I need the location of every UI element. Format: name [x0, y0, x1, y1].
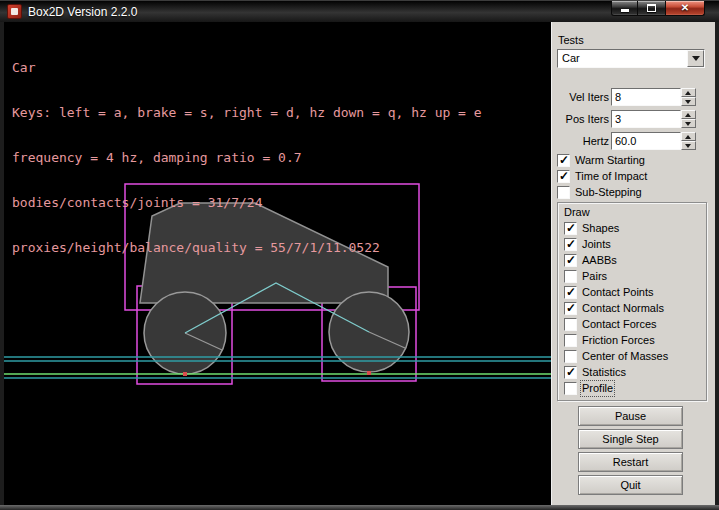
pairs-label: Pairs: [582, 270, 607, 283]
vel-iters-row: Vel Iters 8: [557, 88, 710, 106]
pos-iters-spinner: [681, 110, 696, 128]
checkbox-icon[interactable]: [564, 318, 577, 331]
app-icon-glyph: [11, 8, 18, 15]
checkbox-icon[interactable]: [564, 254, 577, 267]
maximize-icon: [647, 4, 656, 12]
stat-bodies: bodies/contacts/joints = 31/7/24: [12, 195, 482, 210]
contact-points-label: Contact Points: [582, 286, 654, 299]
app-icon: [7, 4, 22, 19]
checkbox-icon[interactable]: [564, 366, 577, 379]
profile-label: Profile: [582, 382, 613, 395]
caption-buttons: ✕: [611, 1, 705, 16]
titlebar[interactable]: Box2D Version 2.2.0 ✕: [0, 0, 719, 22]
restart-button[interactable]: Restart: [578, 452, 683, 472]
draw-checkbox-contact-points[interactable]: Contact Points: [564, 286, 704, 299]
vel-iters-label: Vel Iters: [557, 91, 611, 104]
time-of-impact-label: Time of Impact: [575, 170, 647, 183]
window-bottom-frame: [0, 505, 719, 510]
pos-iters-input[interactable]: 3: [611, 110, 681, 128]
vel-iters-input[interactable]: 8: [611, 88, 681, 106]
sub-stepping-checkbox[interactable]: Sub-Stepping: [557, 186, 710, 199]
draw-checkbox-pairs[interactable]: Pairs: [564, 270, 704, 283]
draw-checkbox-center-of-masses[interactable]: Center of Masses: [564, 350, 704, 363]
vel-iters-spinner: [681, 88, 696, 106]
draw-checkbox-aabbs[interactable]: AABBs: [564, 254, 704, 267]
stats-overlay: Car Keys: left = a, brake = s, right = d…: [12, 30, 482, 285]
joints-label: Joints: [582, 238, 611, 251]
window-body: Car Keys: left = a, brake = s, right = d…: [0, 22, 719, 505]
checkbox-icon[interactable]: [564, 302, 577, 315]
maximize-button[interactable]: [638, 1, 665, 16]
hertz-input[interactable]: 60.0: [611, 132, 681, 150]
app-window: Box2D Version 2.2.0 ✕: [0, 0, 719, 510]
draw-checkbox-contact-forces[interactable]: Contact Forces: [564, 318, 704, 331]
checkbox-icon[interactable]: [564, 286, 577, 299]
time-of-impact-checkbox[interactable]: Time of Impact: [557, 170, 710, 183]
draw-group-label: Draw: [564, 206, 704, 219]
pause-button[interactable]: Pause: [578, 406, 683, 426]
spinner-up-icon[interactable]: [681, 110, 696, 119]
quit-button[interactable]: Quit: [578, 475, 683, 495]
statistics-label: Statistics: [582, 366, 626, 379]
draw-group: Draw Shapes Joints AABBs Pairs: [557, 202, 707, 401]
draw-checkbox-statistics[interactable]: Statistics: [564, 366, 704, 379]
hertz-label: Hertz: [557, 135, 611, 148]
checkbox-icon[interactable]: [564, 382, 577, 395]
single-step-button[interactable]: Single Step: [578, 429, 683, 449]
contact-normals-label: Contact Normals: [582, 302, 664, 315]
window-title: Box2D Version 2.2.0: [28, 5, 137, 19]
stat-proxies: proxies/height/balance/quality = 55/7/1/…: [12, 240, 482, 255]
tests-dropdown[interactable]: Car: [557, 49, 705, 68]
draw-checkbox-shapes[interactable]: Shapes: [564, 222, 704, 235]
checkbox-icon[interactable]: [557, 170, 570, 183]
spinner-up-icon[interactable]: [681, 88, 696, 97]
draw-checkbox-profile[interactable]: Profile: [564, 382, 704, 395]
minimize-icon: [621, 9, 629, 12]
sub-stepping-label: Sub-Stepping: [575, 186, 642, 199]
action-buttons: Pause Single Step Restart Quit: [578, 406, 710, 495]
hertz-row: Hertz 60.0: [557, 132, 710, 150]
tests-dropdown-value: Car: [558, 50, 687, 67]
checkbox-icon[interactable]: [564, 270, 577, 283]
draw-checkbox-joints[interactable]: Joints: [564, 238, 704, 251]
warm-starting-label: Warm Starting: [575, 154, 645, 167]
draw-checkbox-contact-normals[interactable]: Contact Normals: [564, 302, 704, 315]
close-icon: ✕: [681, 3, 689, 13]
tests-dropdown-button[interactable]: [687, 50, 704, 67]
center-of-masses-label: Center of Masses: [582, 350, 668, 363]
control-panel: Tests Car Vel Iters 8 Pos Iters: [551, 22, 715, 505]
checkbox-icon[interactable]: [564, 334, 577, 347]
close-button[interactable]: ✕: [665, 1, 705, 16]
tests-label: Tests: [558, 34, 710, 47]
simulation-canvas[interactable]: Car Keys: left = a, brake = s, right = d…: [4, 22, 551, 505]
stat-keys: Keys: left = a, brake = s, right = d, hz…: [12, 105, 482, 120]
spinner-up-icon[interactable]: [681, 132, 696, 141]
pos-iters-row: Pos Iters 3: [557, 110, 710, 128]
spinner-down-icon[interactable]: [681, 119, 696, 128]
chevron-down-icon: [692, 56, 700, 61]
checkbox-icon[interactable]: [564, 222, 577, 235]
pos-iters-label: Pos Iters: [557, 113, 611, 126]
checkbox-icon[interactable]: [557, 186, 570, 199]
checkbox-icon[interactable]: [564, 350, 577, 363]
aabbs-label: AABBs: [582, 254, 617, 267]
minimize-button[interactable]: [611, 1, 638, 16]
shapes-label: Shapes: [582, 222, 619, 235]
checkbox-icon[interactable]: [564, 238, 577, 251]
contact-point-right: [367, 371, 371, 375]
stat-frequency: frequency = 4 hz, damping ratio = 0.7: [12, 150, 482, 165]
solver-settings: Vel Iters 8 Pos Iters 3 Hert: [557, 88, 710, 150]
checkbox-icon[interactable]: [557, 154, 570, 167]
contact-point-left: [183, 372, 187, 376]
solver-flags: Warm Starting Time of Impact Sub-Steppin…: [557, 154, 710, 199]
contact-forces-label: Contact Forces: [582, 318, 657, 331]
draw-checkbox-friction-forces[interactable]: Friction Forces: [564, 334, 704, 347]
friction-forces-label: Friction Forces: [582, 334, 655, 347]
warm-starting-checkbox[interactable]: Warm Starting: [557, 154, 710, 167]
spinner-down-icon[interactable]: [681, 141, 696, 150]
spinner-down-icon[interactable]: [681, 97, 696, 106]
hertz-spinner: [681, 132, 696, 150]
stat-test-name: Car: [12, 60, 482, 75]
